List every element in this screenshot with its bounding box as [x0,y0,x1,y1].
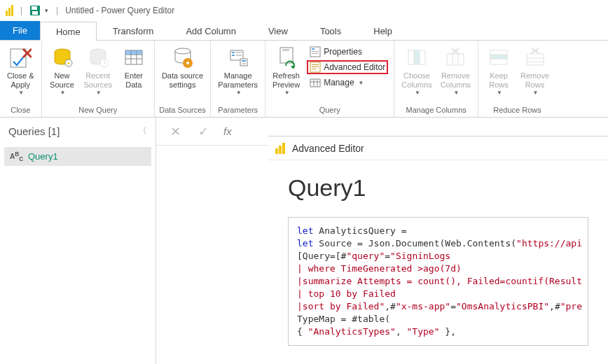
remove-rows-icon [525,45,546,70]
tab-help[interactable]: Help [357,21,408,40]
ribbon-group-data-sources: Data source settings Data Sources [155,41,211,117]
window-title: Untitled - Power Query Editor [65,6,174,15]
svg-rect-18 [125,50,142,55]
app-logo-icon [6,5,13,16]
manage-parameters-icon [228,45,249,70]
chevron-down-icon: ▼ [359,80,364,86]
fx-label[interactable]: fx [223,125,232,137]
queries-pane: Queries [1] 〈 ABC Query1 [0,118,156,364]
group-label-manage-columns: Manage Columns [397,104,475,115]
svg-rect-39 [312,69,316,69]
choose-columns-icon [406,45,427,70]
properties-label: Properties [324,47,362,57]
data-source-settings-icon [172,45,193,70]
group-label-query: Query [268,104,391,115]
remove-rows-button[interactable]: Remove Rows ▼ [516,43,553,97]
chevron-down-icon: ▼ [415,90,420,96]
svg-rect-27 [240,59,247,66]
tab-home[interactable]: Home [40,22,97,41]
ribbon-group-reduce-rows: Keep Rows ▼ Remove Rows ▼ Reduce Rows [478,41,556,117]
commit-formula-icon[interactable]: ✓ [195,124,211,139]
new-source-button[interactable]: New Source ▼ [45,43,80,97]
manage-icon [310,77,321,88]
tab-file[interactable]: File [0,21,40,40]
manage-button[interactable]: Manage ▼ [307,76,388,90]
tab-transform[interactable]: Transform [97,21,170,40]
queries-header: Queries [1] 〈 [0,118,156,144]
keep-rows-icon [488,45,509,70]
svg-rect-35 [312,53,319,54]
svg-rect-38 [312,66,319,67]
powerbi-logo-icon [275,143,285,154]
save-dropdown-icon[interactable]: ▼ [43,8,49,14]
separator: | [56,6,58,15]
group-label-parameters: Parameters [214,104,262,115]
manage-parameters-button[interactable]: Manage Parameters ▼ [214,43,262,97]
queries-header-label: Queries [1] [8,125,60,137]
save-icon[interactable] [29,5,41,16]
ribbon: Close & Apply ▼ Close New Source ▼ Recen… [0,41,608,118]
svg-rect-29 [242,63,246,64]
choose-columns-button[interactable]: Choose Columns ▼ [397,43,436,97]
title-bar: | ▼ | Untitled - Power Query Editor [0,0,608,21]
query-list: ABC Query1 [0,144,156,169]
editor-body: Query1 let AnalyticsQuery = let Source =… [268,160,608,353]
svg-rect-23 [232,52,235,53]
datatype-text-icon: ABC [10,150,22,162]
svg-rect-54 [490,55,507,59]
properties-button[interactable]: Properties [307,45,388,59]
manage-label: Manage [324,78,354,88]
svg-rect-57 [527,54,544,65]
cancel-formula-icon[interactable]: ✕ [167,124,183,139]
ribbon-group-parameters: Manage Parameters ▼ Parameters [211,41,265,117]
tab-add-column[interactable]: Add Column [170,21,252,40]
editor-title: Advanced Editor [292,143,364,154]
svg-point-19 [175,48,191,54]
new-source-icon [52,45,73,70]
svg-rect-1 [32,6,37,10]
tab-tools[interactable]: Tools [304,21,357,40]
tab-view[interactable]: View [252,21,304,40]
keep-rows-button[interactable]: Keep Rows ▼ [481,43,516,97]
svg-rect-25 [236,52,242,53]
query-item[interactable]: ABC Query1 [4,147,151,166]
chevron-down-icon: ▼ [284,90,290,96]
refresh-preview-button[interactable]: Refresh Preview ▼ [268,43,304,97]
ribbon-group-query: Refresh Preview ▼ Properties Advanced Ed… [265,41,394,117]
group-label-close: Close [3,104,39,115]
chevron-down-icon: ▼ [96,90,102,96]
properties-icon [310,46,321,57]
chevron-down-icon: ▼ [60,90,66,96]
remove-columns-icon [445,45,466,70]
chevron-down-icon: ▼ [18,90,24,96]
enter-data-button[interactable]: Enter Data [116,43,151,91]
svg-rect-28 [242,60,246,62]
advanced-editor-button[interactable]: Advanced Editor [307,60,388,74]
query-item-label: Query1 [28,151,58,162]
close-apply-button[interactable]: Close & Apply ▼ [3,43,39,97]
code-editor[interactable]: let AnalyticsQuery = let Source = Json.D… [288,217,588,346]
svg-rect-2 [32,11,38,15]
chevron-down-icon: ▼ [533,90,539,96]
svg-rect-37 [312,64,319,65]
separator: | [20,6,22,15]
chevron-down-icon: ▼ [453,90,459,96]
enter-data-icon [124,45,144,70]
chevron-down-icon: ▼ [497,90,502,96]
svg-rect-45 [414,50,420,64]
advanced-editor-label: Advanced Editor [324,62,385,72]
svg-rect-34 [312,51,319,52]
svg-rect-48 [447,54,464,65]
collapse-icon[interactable]: 〈 [138,125,147,137]
svg-rect-33 [312,48,315,50]
editor-heading: Query1 [288,174,588,202]
svg-rect-24 [232,55,235,56]
group-label-reduce-rows: Reduce Rows [481,104,553,115]
refresh-icon [276,45,297,70]
group-label-new-query: New Query [45,104,151,115]
advanced-editor-window: Advanced Editor Query1 let AnalyticsQuer… [268,136,608,364]
remove-columns-button[interactable]: Remove Columns ▼ [436,43,475,97]
data-source-settings-button[interactable]: Data source settings [158,43,207,91]
recent-sources-button[interactable]: Recent Sources ▼ [80,43,116,97]
advanced-editor-icon [310,62,321,73]
